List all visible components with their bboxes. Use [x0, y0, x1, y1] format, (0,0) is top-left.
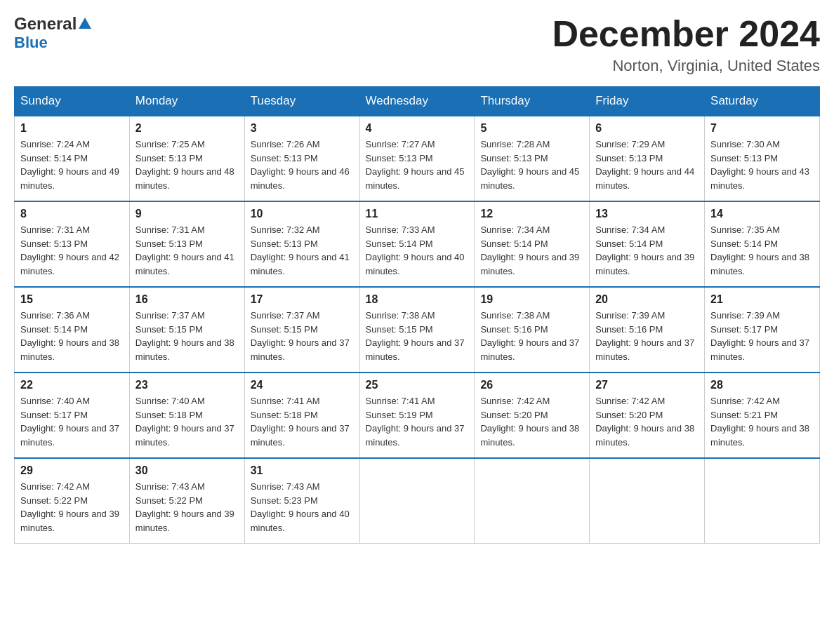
sunrise-label: Sunrise: 7:41 AM	[251, 396, 320, 406]
day-info: Sunrise: 7:32 AM Sunset: 5:13 PM Dayligh…	[251, 223, 354, 278]
day-number: 15	[20, 293, 124, 306]
weekday-header-thursday: Thursday	[475, 87, 590, 116]
day-number: 10	[251, 208, 354, 220]
day-info: Sunrise: 7:34 AM Sunset: 5:14 PM Dayligh…	[480, 223, 583, 278]
day-cell-5: 5 Sunrise: 7:28 AM Sunset: 5:13 PM Dayli…	[475, 116, 590, 201]
daylight-label: Daylight: 9 hours and 37 minutes.	[366, 337, 465, 362]
day-info: Sunrise: 7:36 AM Sunset: 5:14 PM Dayligh…	[20, 309, 124, 363]
sunrise-label: Sunrise: 7:39 AM	[595, 310, 665, 321]
weekday-header-row: SundayMondayTuesdayWednesdayThursdayFrid…	[15, 87, 820, 116]
daylight-label: Daylight: 9 hours and 38 minutes.	[710, 423, 809, 448]
day-number: 9	[135, 208, 239, 220]
daylight-label: Daylight: 9 hours and 37 minutes.	[251, 423, 350, 448]
day-info: Sunrise: 7:42 AM Sunset: 5:21 PM Dayligh…	[710, 394, 814, 449]
day-number: 22	[20, 379, 124, 391]
day-number: 5	[480, 122, 583, 135]
day-info: Sunrise: 7:42 AM Sunset: 5:22 PM Dayligh…	[20, 480, 124, 535]
sunrise-label: Sunrise: 7:25 AM	[135, 139, 205, 149]
sunset-label: Sunset: 5:23 PM	[251, 495, 318, 506]
daylight-label: Daylight: 9 hours and 39 minutes.	[135, 509, 234, 533]
day-info: Sunrise: 7:31 AM Sunset: 5:13 PM Dayligh…	[135, 223, 239, 278]
day-info: Sunrise: 7:29 AM Sunset: 5:13 PM Dayligh…	[595, 137, 699, 192]
weekday-header-sunday: Sunday	[15, 87, 130, 116]
sunset-label: Sunset: 5:14 PM	[595, 239, 663, 249]
daylight-label: Daylight: 9 hours and 45 minutes.	[366, 166, 465, 191]
day-cell-3: 3 Sunrise: 7:26 AM Sunset: 5:13 PM Dayli…	[244, 116, 359, 201]
day-number: 16	[135, 293, 239, 306]
daylight-label: Daylight: 9 hours and 37 minutes.	[480, 337, 579, 362]
sunset-label: Sunset: 5:20 PM	[595, 410, 663, 420]
daylight-label: Daylight: 9 hours and 38 minutes.	[710, 252, 809, 276]
day-cell-8: 8 Sunrise: 7:31 AM Sunset: 5:13 PM Dayli…	[15, 201, 130, 287]
sunrise-label: Sunrise: 7:43 AM	[251, 481, 320, 492]
sunrise-label: Sunrise: 7:37 AM	[135, 310, 205, 321]
sunset-label: Sunset: 5:15 PM	[366, 324, 433, 335]
sunrise-label: Sunrise: 7:30 AM	[710, 139, 780, 149]
day-info: Sunrise: 7:30 AM Sunset: 5:13 PM Dayligh…	[710, 137, 814, 192]
daylight-label: Daylight: 9 hours and 38 minutes.	[595, 423, 694, 448]
sunset-label: Sunset: 5:13 PM	[710, 153, 778, 163]
sunset-label: Sunset: 5:18 PM	[135, 410, 203, 420]
weekday-header-tuesday: Tuesday	[244, 87, 359, 116]
day-info: Sunrise: 7:26 AM Sunset: 5:13 PM Dayligh…	[251, 137, 354, 192]
page-header: General Blue December 2024 Norton, Virgi…	[14, 14, 820, 75]
sunset-label: Sunset: 5:13 PM	[595, 153, 663, 163]
sunset-label: Sunset: 5:20 PM	[480, 410, 548, 420]
sunset-label: Sunset: 5:14 PM	[366, 239, 433, 249]
day-cell-27: 27 Sunrise: 7:42 AM Sunset: 5:20 PM Dayl…	[590, 373, 705, 458]
sunrise-label: Sunrise: 7:34 AM	[595, 224, 665, 235]
sunset-label: Sunset: 5:13 PM	[20, 239, 88, 249]
daylight-label: Daylight: 9 hours and 41 minutes.	[251, 252, 350, 276]
week-row-1: 1 Sunrise: 7:24 AM Sunset: 5:14 PM Dayli…	[15, 116, 820, 201]
day-number: 30	[135, 464, 239, 477]
day-info: Sunrise: 7:38 AM Sunset: 5:15 PM Dayligh…	[366, 309, 469, 363]
svg-marker-0	[79, 18, 91, 29]
day-cell-21: 21 Sunrise: 7:39 AM Sunset: 5:17 PM Dayl…	[705, 287, 820, 373]
sunset-label: Sunset: 5:13 PM	[480, 153, 548, 163]
sunrise-label: Sunrise: 7:42 AM	[480, 396, 550, 406]
daylight-label: Daylight: 9 hours and 42 minutes.	[20, 252, 119, 276]
sunset-label: Sunset: 5:13 PM	[135, 153, 203, 163]
day-cell-30: 30 Sunrise: 7:43 AM Sunset: 5:22 PM Dayl…	[129, 458, 244, 544]
week-row-4: 22 Sunrise: 7:40 AM Sunset: 5:17 PM Dayl…	[15, 373, 820, 458]
sunrise-label: Sunrise: 7:40 AM	[135, 396, 205, 406]
daylight-label: Daylight: 9 hours and 37 minutes.	[251, 337, 350, 362]
calendar-table: SundayMondayTuesdayWednesdayThursdayFrid…	[14, 86, 820, 544]
daylight-label: Daylight: 9 hours and 37 minutes.	[595, 337, 694, 362]
location-title: Norton, Virginia, United States	[552, 57, 820, 75]
day-number: 8	[20, 208, 124, 220]
day-info: Sunrise: 7:25 AM Sunset: 5:13 PM Dayligh…	[135, 137, 239, 192]
day-number: 23	[135, 379, 239, 391]
day-number: 18	[366, 293, 469, 306]
sunset-label: Sunset: 5:14 PM	[20, 153, 88, 163]
sunset-label: Sunset: 5:22 PM	[135, 495, 203, 506]
logo-triangle-icon	[77, 16, 93, 32]
empty-cell	[475, 458, 590, 544]
day-cell-26: 26 Sunrise: 7:42 AM Sunset: 5:20 PM Dayl…	[475, 373, 590, 458]
day-cell-4: 4 Sunrise: 7:27 AM Sunset: 5:13 PM Dayli…	[359, 116, 475, 201]
empty-cell	[590, 458, 705, 544]
day-number: 7	[710, 122, 814, 135]
day-info: Sunrise: 7:39 AM Sunset: 5:17 PM Dayligh…	[710, 309, 814, 363]
daylight-label: Daylight: 9 hours and 37 minutes.	[135, 423, 234, 448]
daylight-label: Daylight: 9 hours and 45 minutes.	[480, 166, 579, 191]
sunset-label: Sunset: 5:17 PM	[710, 324, 778, 335]
logo: General Blue	[14, 14, 93, 52]
empty-cell	[359, 458, 475, 544]
day-info: Sunrise: 7:33 AM Sunset: 5:14 PM Dayligh…	[366, 223, 469, 278]
sunset-label: Sunset: 5:22 PM	[20, 495, 88, 506]
day-info: Sunrise: 7:42 AM Sunset: 5:20 PM Dayligh…	[480, 394, 583, 449]
day-cell-24: 24 Sunrise: 7:41 AM Sunset: 5:18 PM Dayl…	[244, 373, 359, 458]
sunset-label: Sunset: 5:14 PM	[20, 324, 88, 335]
day-cell-17: 17 Sunrise: 7:37 AM Sunset: 5:15 PM Dayl…	[244, 287, 359, 373]
sunset-label: Sunset: 5:19 PM	[366, 410, 433, 420]
sunrise-label: Sunrise: 7:38 AM	[366, 310, 435, 321]
sunset-label: Sunset: 5:17 PM	[20, 410, 88, 420]
sunset-label: Sunset: 5:13 PM	[251, 153, 318, 163]
sunset-label: Sunset: 5:14 PM	[480, 239, 548, 249]
sunrise-label: Sunrise: 7:31 AM	[135, 224, 205, 235]
sunrise-label: Sunrise: 7:43 AM	[135, 481, 205, 492]
day-cell-25: 25 Sunrise: 7:41 AM Sunset: 5:19 PM Dayl…	[359, 373, 475, 458]
sunset-label: Sunset: 5:15 PM	[135, 324, 203, 335]
day-info: Sunrise: 7:38 AM Sunset: 5:16 PM Dayligh…	[480, 309, 583, 363]
